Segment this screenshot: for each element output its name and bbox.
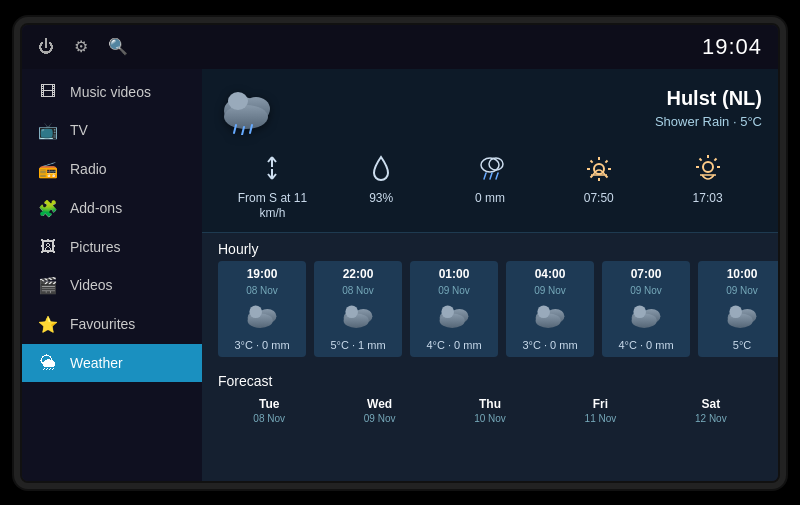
forecast-day: Fri (593, 397, 608, 411)
weather-icon: 🌦 (38, 354, 58, 372)
main-content: 🎞 Music videos 📺 TV 📻 Radio 🧩 Add-ons 🖼 … (22, 69, 778, 481)
hourly-cloud-icon (436, 300, 472, 336)
forecast-day: Sat (701, 397, 720, 411)
humidity-icon (370, 155, 392, 187)
hourly-card: 04:00 09 Nov 3°C · 0 mm (506, 261, 594, 358)
sunrise-icon (585, 155, 613, 187)
hourly-time: 04:00 (535, 267, 566, 281)
hourly-cloud-icon (340, 300, 376, 336)
sidebar-item-favourites[interactable]: ⭐ Favourites (22, 305, 202, 344)
sidebar-label-radio: Radio (70, 161, 107, 177)
stat-humidity: 93% (327, 155, 436, 222)
sidebar-item-radio[interactable]: 📻 Radio (22, 150, 202, 189)
svg-line-17 (496, 173, 498, 179)
sidebar-item-tv[interactable]: 📺 TV (22, 111, 202, 150)
svg-line-25 (605, 160, 607, 162)
hourly-time: 22:00 (343, 267, 374, 281)
svg-point-3 (228, 92, 248, 110)
sidebar-label-weather: Weather (70, 355, 123, 371)
sidebar-item-music-videos[interactable]: 🎞 Music videos (22, 73, 202, 111)
forecast-date: 11 Nov (585, 413, 617, 424)
humidity-value: 93% (369, 191, 393, 207)
weather-header: Hulst (NL) Shower Rain · 5°C (202, 69, 778, 147)
forecast-day: Tue (259, 397, 279, 411)
addons-icon: 🧩 (38, 199, 58, 218)
sidebar-item-videos[interactable]: 🎬 Videos (22, 266, 202, 305)
svg-point-58 (729, 305, 742, 318)
sidebar: 🎞 Music videos 📺 TV 📻 Radio 🧩 Add-ons 🖼 … (22, 69, 202, 481)
hourly-row: 19:00 08 Nov 3°C · 0 mm 22:00 08 Nov (202, 261, 778, 366)
svg-line-15 (484, 173, 486, 179)
hourly-date: 08 Nov (342, 285, 374, 296)
city-condition: Shower Rain · 5°C (298, 114, 762, 129)
sunset-value: 17:03 (693, 191, 723, 207)
wind-value: From S at 11km/h (238, 191, 307, 222)
forecast-title: Forecast (202, 365, 778, 393)
forecast-card: Fri 11 Nov (549, 397, 651, 424)
hourly-card: 07:00 09 Nov 4°C · 0 mm (602, 261, 690, 358)
settings-icon[interactable]: ⚙ (74, 37, 88, 56)
forecast-date: 09 Nov (364, 413, 396, 424)
hourly-temp: 4°C · 0 mm (618, 339, 673, 351)
top-bar: ⏻ ⚙ 🔍 19:04 (22, 25, 778, 69)
current-stats: From S at 11km/h 93% (202, 147, 778, 233)
forecast-day: Thu (479, 397, 501, 411)
weather-title-area: Hulst (NL) Shower Rain · 5°C (298, 87, 762, 129)
stat-precip: 0 mm (436, 155, 545, 222)
sidebar-label-addons: Add-ons (70, 200, 122, 216)
svg-point-2 (224, 105, 268, 129)
forecast-date: 08 Nov (253, 413, 285, 424)
hourly-date: 08 Nov (246, 285, 278, 296)
sidebar-label-tv: TV (70, 122, 88, 138)
sunset-icon (694, 155, 722, 187)
precip-icon (476, 155, 504, 187)
forecast-card: Wed 09 Nov (328, 397, 430, 424)
stat-wind: From S at 11km/h (218, 155, 327, 222)
forecast-date: 10 Nov (474, 413, 506, 424)
hourly-temp: 4°C · 0 mm (426, 339, 481, 351)
hourly-cloud-icon (724, 300, 760, 336)
hourly-date: 09 Nov (438, 285, 470, 296)
hourly-time: 07:00 (631, 267, 662, 281)
hourly-time: 10:00 (727, 267, 758, 281)
pictures-icon: 🖼 (38, 238, 58, 256)
hourly-temp: 5°C (733, 339, 751, 351)
weather-panel: Hulst (NL) Shower Rain · 5°C (202, 69, 778, 481)
search-icon[interactable]: 🔍 (108, 37, 128, 56)
hourly-card: 19:00 08 Nov 3°C · 0 mm (218, 261, 306, 358)
svg-point-38 (249, 305, 262, 318)
hourly-card: 10:00 09 Nov 5°C (698, 261, 778, 358)
power-icon[interactable]: ⏻ (38, 38, 54, 56)
forecast-day: Wed (367, 397, 392, 411)
hourly-temp: 5°C · 1 mm (330, 339, 385, 351)
hourly-time: 01:00 (439, 267, 470, 281)
sidebar-item-addons[interactable]: 🧩 Add-ons (22, 189, 202, 228)
hourly-date: 09 Nov (726, 285, 758, 296)
stat-sunrise: 07:50 (544, 155, 653, 222)
top-icons: ⏻ ⚙ 🔍 (38, 37, 128, 56)
svg-line-32 (699, 158, 701, 160)
hourly-cloud-icon (628, 300, 664, 336)
svg-point-46 (441, 305, 454, 318)
sidebar-label-music-videos: Music videos (70, 84, 151, 100)
sidebar-item-weather[interactable]: 🌦 Weather (22, 344, 202, 382)
city-name: Hulst (NL) (298, 87, 762, 110)
hourly-cloud-icon (532, 300, 568, 336)
svg-point-28 (703, 162, 713, 172)
screen: ⏻ ⚙ 🔍 19:04 🎞 Music videos 📺 TV 📻 Radio … (20, 23, 780, 483)
svg-point-54 (633, 305, 646, 318)
forecast-row: Tue 08 Nov Wed 09 Nov Thu 10 Nov Fri 11 … (202, 393, 778, 428)
videos-icon: 🎬 (38, 276, 58, 295)
sidebar-label-videos: Videos (70, 277, 113, 293)
sidebar-item-pictures[interactable]: 🖼 Pictures (22, 228, 202, 266)
favourites-icon: ⭐ (38, 315, 58, 334)
svg-line-16 (490, 173, 492, 179)
hourly-title: Hourly (202, 233, 778, 261)
clock: 19:04 (702, 34, 762, 60)
hourly-time: 19:00 (247, 267, 278, 281)
forecast-card: Thu 10 Nov (439, 397, 541, 424)
radio-icon: 📻 (38, 160, 58, 179)
hourly-cloud-icon (244, 300, 280, 336)
svg-point-50 (537, 305, 550, 318)
tv-icon: 📺 (38, 121, 58, 140)
